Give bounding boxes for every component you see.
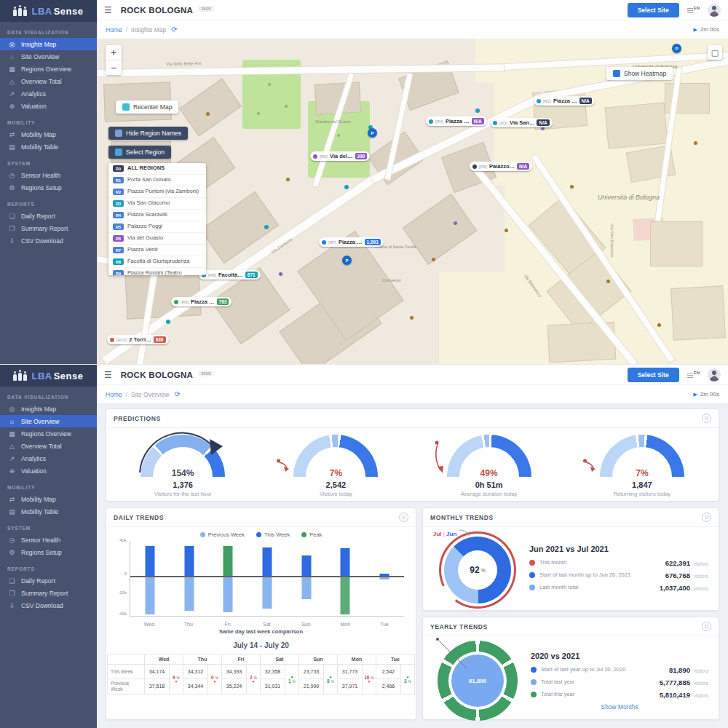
sidebar-section: SYSTEM◷Sensor Health⚙Regions Setup [0, 161, 97, 194]
recenter-map-button[interactable]: Recenter Map [116, 100, 178, 114]
sidebar-item-regions-setup[interactable]: ⚙Regions Setup [0, 181, 97, 194]
select-site-button[interactable]: Select Site [628, 3, 679, 17]
avatar[interactable] [708, 4, 721, 17]
breadcrumb-current: Site Overview [131, 391, 169, 398]
map-marker-r3[interactable]: [R3]Via San…N/A [490, 118, 553, 127]
sidebar-item-site-overview[interactable]: ⌂Site Overview [0, 415, 97, 427]
region-list-item[interactable]: R6Via del Guasto [108, 233, 206, 245]
language-selector[interactable]: EN [687, 6, 700, 14]
map-marker-r9[interactable]: [R9]Piazza …763 [171, 297, 232, 306]
help-icon[interactable] [702, 513, 711, 522]
refresh-icon[interactable]: ⟳ [171, 25, 177, 33]
sidebar-item-overview-total[interactable]: △Overview Total [0, 75, 97, 87]
breadcrumb-home[interactable]: Home [106, 26, 122, 33]
sidebar-item-summary-report[interactable]: ❐Summary Report [0, 587, 97, 599]
breadcrumb-home[interactable]: Home [106, 391, 122, 398]
x-axis-tick: Mon [325, 622, 365, 627]
region-list-item[interactable]: R2Piazza Puntoni (via Zamboni) [108, 186, 206, 198]
sidebar-item-valuation[interactable]: ⊕Valuation [0, 100, 97, 112]
sidebar-item-mobility-table[interactable]: ▤Mobility Table [0, 505, 97, 518]
map-marker-r4[interactable]: [R4]Piazza …N/A [426, 116, 487, 126]
sidebar-item-daily-report[interactable]: ❏Daily Report [0, 574, 97, 587]
region-list-item[interactable]: R9Piazza Rossini (Teatro [108, 268, 206, 275]
person-glyph [13, 374, 17, 381]
sidebar-item-label: CSV Download [21, 237, 63, 245]
play-icon[interactable]: ▶ [693, 392, 697, 397]
series-unit: visitors [692, 693, 708, 698]
map-marker-r6[interactable]: [R6]Via del…390 [310, 151, 370, 161]
table-cell-value: 34,393 [222, 665, 247, 679]
map-marker-r7[interactable]: [R7]Piazza …1,091 [319, 237, 384, 247]
sidebar-item-summary-report[interactable]: ❐Summary Report [0, 222, 97, 234]
hide-region-names-button[interactable]: Hide Region Names [108, 127, 188, 140]
bar-column-sun [287, 541, 326, 616]
select-region-button[interactable]: Select Region [108, 146, 171, 159]
map-marker-r5[interactable]: [R5]Palazzo…N/A [470, 162, 532, 171]
sidebar-item-mobility-map[interactable]: ⇄Mobility Map [0, 128, 97, 141]
sidebar-item-sensor-health[interactable]: ◷Sensor Health [0, 169, 97, 181]
sidebar-item-regions-overview[interactable]: ▦Regions Overview [0, 427, 97, 440]
gauge-caption: Visitors for the last hour [154, 491, 212, 497]
sidebar-item-label: Daily Report [21, 213, 55, 220]
hamburger-icon[interactable]: ☰ [104, 5, 112, 15]
region-list-item[interactable]: R8Facoltà di Giurisprudenza [108, 256, 206, 268]
refresh-icon[interactable]: ⟳ [175, 390, 181, 398]
show-months-link[interactable]: Show Months [531, 703, 708, 711]
help-icon[interactable] [702, 622, 711, 631]
region-list-item[interactable]: R3Via San Giacomo [108, 198, 206, 210]
map-marker-r10[interactable]: [R10]2 Torri…836 [107, 335, 169, 344]
sidebar-item-insights-map[interactable]: ◎Insights Map [0, 403, 97, 415]
help-icon[interactable] [702, 414, 711, 423]
map-marker-r2[interactable]: [R2]Piazza …N/A [534, 96, 595, 106]
sidebar: LBASenseDATA VISUALIZATION◎Insights Map⌂… [0, 0, 97, 364]
map-marker-r8[interactable]: [R8]Facoltà…671 [199, 270, 261, 280]
zoom-out-button[interactable]: − [106, 60, 122, 75]
map-canvas[interactable]: PPPUniversità di BolognaUniversità di Bo… [97, 39, 728, 364]
help-icon[interactable] [399, 513, 408, 522]
sidebar-item-mobility-map[interactable]: ⇄Mobility Map [0, 493, 97, 505]
avatar[interactable] [708, 368, 721, 381]
zoom-in-button[interactable]: + [106, 45, 122, 60]
select-site-button[interactable]: Select Site [628, 368, 679, 382]
sidebar-item-csv-download[interactable]: ⇩CSV Download [0, 234, 97, 247]
sidebar-item-label: Insights Map [21, 405, 56, 413]
sidebar-item-site-overview[interactable]: ⌂Site Overview [0, 50, 97, 63]
sidebar-item-insights-map[interactable]: ◎Insights Map [0, 38, 97, 50]
region-list-item[interactable]: R0ALL REGIONS [108, 163, 206, 175]
sidebar-item-sensor-health[interactable]: ◷Sensor Health [0, 534, 97, 546]
show-heatmap-button[interactable]: Show Heatmap [606, 67, 673, 80]
table-cell-change: 0 %▼ [208, 665, 222, 695]
sidebar-item-overview-total[interactable]: △Overview Total [0, 440, 97, 452]
language-selector[interactable]: EN [687, 371, 700, 379]
sidebar-item-analytics[interactable]: ↗Analytics [0, 452, 97, 464]
gauge-value: 2,542 [326, 480, 347, 489]
table-cell-change: 2 %▼ [247, 665, 261, 695]
region-name: ALL REGIONS [127, 165, 165, 172]
marker-value-badge: 836 [154, 336, 166, 343]
sidebar-item-mobility-table[interactable]: ▤Mobility Table [0, 141, 97, 153]
sidebar-item-analytics[interactable]: ↗Analytics [0, 87, 97, 100]
region-list-item[interactable]: R5Palazzo Poggi [108, 221, 206, 233]
fullscreen-button[interactable]: ▢ [708, 45, 722, 60]
sidebar-section-title: DATA VISUALIZATION [0, 395, 97, 403]
breadcrumb: Home / Site Overview ⟳ ▶2m 00s [97, 385, 728, 404]
sidebar-section-title: MOBILITY [0, 120, 97, 128]
region-list-item[interactable]: R7Piazza Verdi [108, 245, 206, 256]
sidebar-item-valuation[interactable]: ⊕Valuation [0, 464, 97, 477]
map-building [124, 270, 201, 319]
region-list-item[interactable]: R4Piazza Scaravilli [108, 210, 206, 221]
region-list-item[interactable]: R1Porta San Donato [108, 175, 206, 186]
sidebar-item-daily-report[interactable]: ❏Daily Report [0, 210, 97, 222]
comparison-row: Total last year5,777,885 visitors [531, 678, 708, 687]
breadcrumb: Home / Insights Map ⟳ ▶2m 00s [97, 20, 728, 39]
sidebar-item-regions-setup[interactable]: ⚙Regions Setup [0, 546, 97, 558]
play-icon[interactable]: ▶ [693, 27, 697, 33]
panel-header: MONTHLY TRENDS [423, 508, 719, 527]
region-badge: R0 [113, 165, 124, 172]
marker-dot [537, 99, 541, 103]
region-name: Piazza Scaravilli [127, 212, 167, 218]
hamburger-icon[interactable]: ☰ [104, 370, 112, 380]
sidebar-item-csv-download[interactable]: ⇩CSV Download [0, 599, 97, 612]
sidebar-item-regions-overview[interactable]: ▦Regions Overview [0, 63, 97, 75]
region-name: Piazza Puntoni (via Zamboni) [127, 189, 199, 195]
